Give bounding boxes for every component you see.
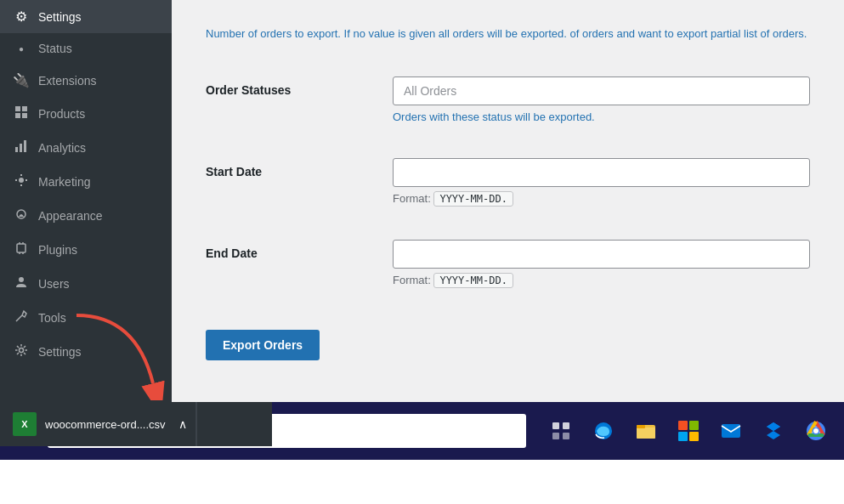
file-explorer-button[interactable] [628,413,664,449]
svg-rect-2 [15,113,20,118]
svg-point-11 [20,348,24,353]
svg-rect-25 [678,421,688,430]
sidebar-item-appearance[interactable]: Appearance [0,199,172,233]
microsoft-store-button[interactable] [671,413,706,449]
settings-icon [13,343,30,360]
export-row: Export Orders [206,304,810,386]
svg-rect-23 [637,428,655,439]
start-date-row: Start Date Format: YYYY-MM-DD. [206,141,810,223]
sidebar-item-tools[interactable]: Tools [0,301,172,335]
plugins-icon [13,241,30,258]
extensions-icon: 🔌 [13,72,30,88]
file-name: woocommerce-ord....csv [45,418,166,431]
chrome-button[interactable] [798,413,834,449]
sidebar-item-products[interactable]: Products [0,97,172,131]
sidebar-item-marketing[interactable]: Marketing [0,165,172,199]
svg-rect-24 [637,425,645,428]
svg-rect-29 [722,424,740,438]
svg-rect-5 [20,144,22,152]
export-orders-button[interactable]: Export Orders [206,330,320,360]
marketing-icon [13,173,30,190]
appearance-icon [13,207,30,224]
tools-icon [13,309,30,326]
order-statuses-field: All Orders Orders with these status will… [393,76,810,123]
sidebar: ⚙ Settings ● Status 🔌 Extensions Product… [0,0,172,402]
start-date-label: Start Date [206,158,393,178]
svg-rect-1 [22,106,27,111]
download-bar: X woocommerce-ord....csv ∧ [0,402,272,446]
svg-rect-27 [678,432,688,441]
mail-button[interactable] [713,413,749,449]
svg-rect-6 [24,140,26,152]
sidebar-item-settings-top[interactable]: ⚙ Settings [0,0,172,33]
order-statuses-label: Order Statuses [206,76,393,97]
svg-point-10 [19,277,24,282]
analytics-icon [13,139,30,156]
start-date-format: Format: YYYY-MM-DD. [393,192,810,205]
svg-rect-4 [15,147,18,152]
start-date-format-code: YYYY-MM-DD. [433,191,513,207]
start-date-field: Format: YYYY-MM-DD. [393,158,810,205]
svg-rect-19 [552,433,559,439]
sidebar-item-plugins[interactable]: Plugins [0,233,172,267]
svg-point-36 [813,428,819,433]
start-date-input[interactable] [393,158,810,187]
svg-rect-0 [15,106,20,111]
svg-rect-28 [689,432,699,441]
status-icon: ● [13,44,30,54]
sidebar-item-status[interactable]: ● Status [0,33,172,64]
svg-marker-31 [767,422,780,431]
order-statuses-select[interactable]: All Orders [393,76,810,105]
svg-rect-26 [689,421,699,430]
end-date-row: End Date Format: YYYY-MM-DD. [206,223,810,304]
end-date-format-code: YYYY-MM-DD. [433,273,513,288]
sidebar-item-users[interactable]: Users [0,267,172,301]
order-statuses-help: Orders with these status will be exporte… [393,110,810,123]
notice-text: Number of orders to export. If no value … [206,25,810,42]
sidebar-item-analytics[interactable]: Analytics [0,131,172,165]
divider [195,402,197,446]
sidebar-item-settings[interactable]: Settings [0,335,172,369]
end-date-format: Format: YYYY-MM-DD. [393,274,810,286]
chevron-up-icon[interactable]: ∧ [178,417,187,431]
edge-browser-button[interactable] [586,413,621,449]
order-statuses-row: Order Statuses All Orders Orders with th… [206,59,810,141]
taskbar-right-icons [533,413,844,449]
svg-rect-3 [22,113,27,118]
svg-rect-18 [563,422,569,429]
end-date-field: Format: YYYY-MM-DD. [393,240,810,286]
sidebar-item-extensions[interactable]: 🔌 Extensions [0,64,172,97]
settings-top-icon: ⚙ [13,8,30,25]
task-view-button[interactable] [543,413,579,449]
svg-rect-9 [17,244,25,252]
svg-rect-20 [563,433,569,439]
svg-rect-17 [552,422,559,429]
products-icon [13,105,30,122]
svg-point-7 [19,178,24,183]
file-icon: X [13,412,37,436]
dropbox-button[interactable] [756,413,791,449]
main-content: Number of orders to export. If no value … [172,0,844,402]
users-icon [13,275,30,292]
end-date-input[interactable] [393,240,810,269]
end-date-label: End Date [206,240,393,260]
